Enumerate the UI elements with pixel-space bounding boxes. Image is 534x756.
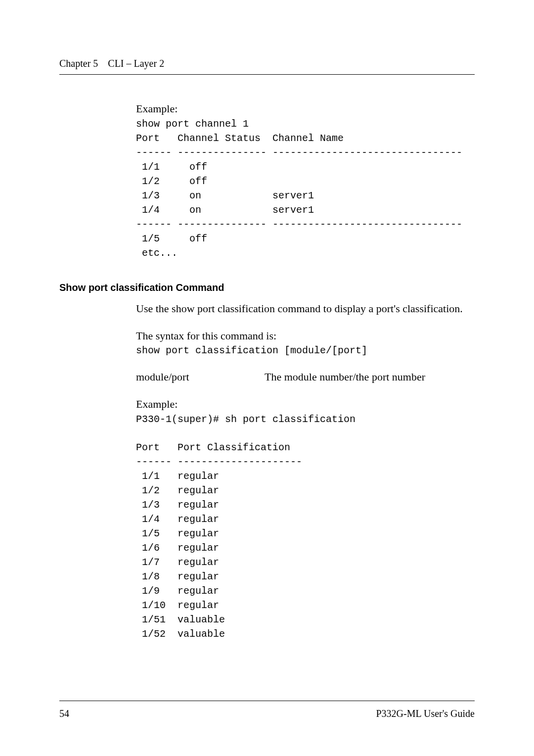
example1-block: show port channel 1 Port Channel Status …: [136, 117, 475, 260]
param-name: module/port: [136, 370, 265, 385]
chapter-title: CLI – Layer 2: [108, 58, 164, 69]
example1-label: Example:: [136, 101, 475, 117]
page-footer: 54 P332G-ML User's Guide: [59, 701, 475, 719]
chapter-label: Chapter 5: [59, 58, 98, 69]
param-desc: The module number/the port number: [265, 370, 475, 385]
doc-title: P332G-ML User's Guide: [376, 708, 475, 719]
param-row: module/port The module number/the port n…: [136, 370, 475, 385]
example2-cmd: P330-1(super)# sh port classification: [136, 412, 475, 426]
page-header: Chapter 5 CLI – Layer 2: [59, 58, 475, 69]
section-body2: The syntax for this command is:: [136, 329, 475, 344]
example2-table: Port Port Classification ------ --------…: [136, 440, 475, 641]
footer-rule: [59, 701, 475, 701]
header-rule: [59, 74, 475, 75]
section-heading: Show port classification Command: [59, 282, 475, 293]
syntax-line: show port classification [module/[port]: [136, 343, 475, 358]
page-number: 54: [59, 708, 69, 719]
example2-label: Example:: [136, 397, 475, 412]
section-body1: Use the show port classification command…: [136, 301, 475, 317]
